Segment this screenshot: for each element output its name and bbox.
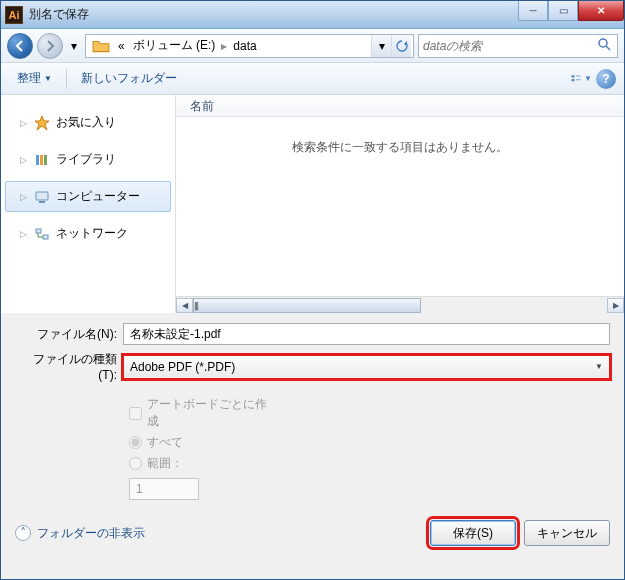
- svg-point-0: [599, 39, 607, 47]
- svg-rect-3: [572, 79, 575, 81]
- file-browser: ▷ お気に入り ▷ ライブラリ ▷ コンピューター ▷ ネットワーク 名前: [1, 95, 624, 313]
- sidebar-item-favorites[interactable]: ▷ お気に入り: [5, 107, 171, 138]
- chevron-down-icon: ▼: [595, 362, 603, 371]
- svg-rect-11: [36, 229, 41, 233]
- organize-menu[interactable]: 整理 ▼: [9, 67, 60, 90]
- refresh-button[interactable]: [391, 35, 411, 57]
- file-list-pane: 名前 検索条件に一致する項目はありません。 ◀ ⦀ ▶: [176, 95, 624, 313]
- toolbar: 整理 ▼ 新しいフォルダー ▼ ?: [1, 63, 624, 95]
- expand-icon: ▷: [20, 192, 28, 202]
- cancel-button[interactable]: キャンセル: [524, 520, 610, 546]
- filename-input[interactable]: [123, 323, 610, 345]
- new-folder-button[interactable]: 新しいフォルダー: [73, 67, 185, 90]
- breadcrumb-folder[interactable]: data: [229, 37, 260, 55]
- svg-rect-7: [40, 155, 43, 165]
- arrow-left-icon: [14, 40, 26, 52]
- empty-message: 検索条件に一致する項目はありません。: [176, 117, 624, 296]
- forward-button[interactable]: [37, 33, 63, 59]
- back-button[interactable]: [7, 33, 33, 59]
- nav-history-dropdown[interactable]: ▾: [67, 34, 81, 58]
- sidebar: ▷ お気に入り ▷ ライブラリ ▷ コンピューター ▷ ネットワーク: [1, 95, 176, 313]
- arrow-right-icon: [44, 40, 56, 52]
- view-icon: [570, 71, 582, 87]
- radio-all-label: すべて: [147, 434, 183, 451]
- nav-row: ▾ « ボリューム (E:) ▸ data ▾: [1, 29, 624, 63]
- range-input[interactable]: [129, 478, 199, 500]
- svg-rect-6: [36, 155, 39, 165]
- scroll-thumb[interactable]: ⦀: [193, 298, 421, 313]
- refresh-icon: [396, 40, 408, 52]
- svg-rect-2: [572, 75, 575, 77]
- network-icon: [34, 226, 50, 242]
- sidebar-item-computer[interactable]: ▷ コンピューター: [5, 181, 171, 212]
- computer-icon: [34, 189, 50, 205]
- app-icon: Ai: [5, 6, 23, 24]
- separator: [66, 69, 67, 89]
- browse-folders-toggle[interactable]: ˄: [15, 525, 31, 541]
- column-header-name[interactable]: 名前: [176, 95, 624, 117]
- search-box[interactable]: [418, 34, 618, 58]
- artboard-checkbox-label: アートボードごとに作成: [147, 396, 267, 430]
- sidebar-item-label: ネットワーク: [56, 225, 128, 242]
- search-icon[interactable]: [597, 37, 613, 54]
- minimize-button[interactable]: ─: [518, 1, 548, 21]
- filetype-select[interactable]: Adobe PDF (*.PDF) ▼: [123, 355, 610, 379]
- save-form: ファイル名(N): ファイルの種類(T): Adobe PDF (*.PDF) …: [1, 313, 624, 512]
- footer: ˄ フォルダーの非表示 保存(S) キャンセル: [1, 512, 624, 558]
- filename-label: ファイル名(N):: [15, 326, 123, 343]
- sidebar-item-label: お気に入り: [56, 114, 116, 131]
- sidebar-item-label: コンピューター: [56, 188, 140, 205]
- svg-rect-12: [43, 235, 48, 239]
- filetype-value: Adobe PDF (*.PDF): [130, 360, 235, 374]
- radio-range-label: 範囲：: [147, 455, 183, 472]
- chevron-right-icon: ▸: [219, 39, 229, 53]
- chevron-up-icon: ˄: [20, 526, 26, 540]
- svg-rect-9: [36, 192, 48, 200]
- artboard-options: アートボードごとに作成 すべて 範囲：: [129, 388, 610, 506]
- address-bar[interactable]: « ボリューム (E:) ▸ data ▾: [85, 34, 414, 58]
- svg-rect-8: [44, 155, 47, 165]
- artboard-checkbox[interactable]: [129, 407, 142, 420]
- filetype-label: ファイルの種類(T):: [15, 351, 123, 382]
- search-input[interactable]: [423, 39, 597, 53]
- close-button[interactable]: ✕: [578, 1, 624, 21]
- horizontal-scrollbar[interactable]: ◀ ⦀ ▶: [176, 296, 624, 313]
- radio-range[interactable]: [129, 457, 142, 470]
- libraries-icon: [34, 152, 50, 168]
- help-button[interactable]: ?: [596, 69, 616, 89]
- radio-all[interactable]: [129, 436, 142, 449]
- breadcrumb-volume[interactable]: ボリューム (E:): [129, 35, 220, 56]
- title-bar: Ai 別名で保存 ─ ▭ ✕: [1, 1, 624, 29]
- sidebar-item-label: ライブラリ: [56, 151, 116, 168]
- sidebar-item-network[interactable]: ▷ ネットワーク: [5, 218, 171, 249]
- save-button[interactable]: 保存(S): [430, 520, 516, 546]
- expand-icon: ▷: [20, 229, 28, 239]
- view-options-button[interactable]: ▼: [570, 68, 592, 90]
- window-title: 別名で保存: [29, 6, 518, 23]
- sidebar-item-libraries[interactable]: ▷ ライブラリ: [5, 144, 171, 175]
- maximize-button[interactable]: ▭: [548, 1, 578, 21]
- address-dropdown[interactable]: ▾: [371, 35, 391, 57]
- scroll-track[interactable]: ⦀: [193, 298, 607, 313]
- star-icon: [34, 115, 50, 131]
- breadcrumb-prefix: «: [114, 37, 129, 55]
- scroll-right-button[interactable]: ▶: [607, 298, 624, 313]
- save-as-dialog: Ai 別名で保存 ─ ▭ ✕ ▾ « ボリューム (E:) ▸ data ▾: [0, 0, 625, 580]
- browse-folders-link[interactable]: フォルダーの非表示: [37, 525, 145, 542]
- expand-icon: ▷: [20, 118, 28, 128]
- svg-line-1: [606, 46, 610, 50]
- scroll-left-button[interactable]: ◀: [176, 298, 193, 313]
- folder-icon: [92, 37, 110, 55]
- svg-rect-10: [39, 201, 45, 203]
- expand-icon: ▷: [20, 155, 28, 165]
